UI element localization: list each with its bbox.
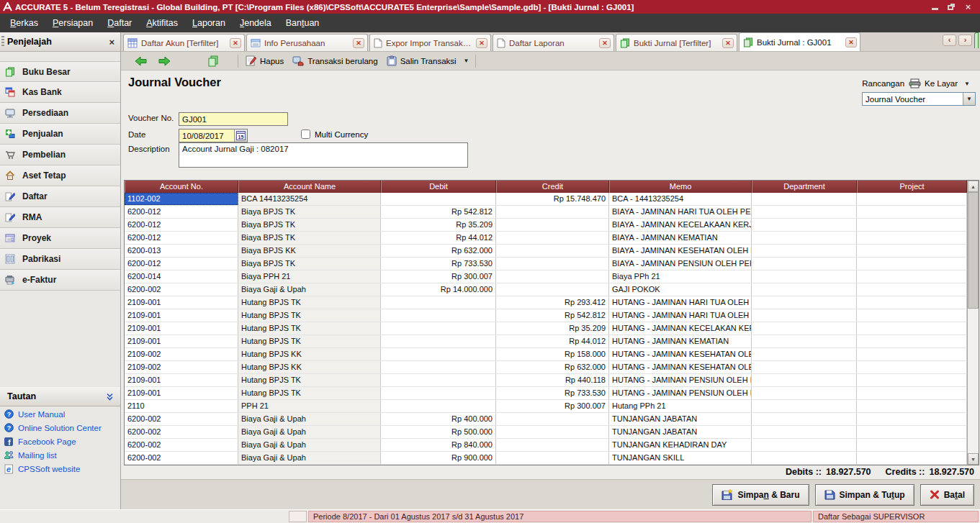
cell-department[interactable] xyxy=(752,296,857,309)
cell-project[interactable] xyxy=(857,426,967,438)
cell-project[interactable] xyxy=(857,387,967,399)
cell-account-name[interactable]: Hutang BPJS TK xyxy=(238,309,381,322)
cell-department[interactable] xyxy=(752,361,857,373)
sidebar-item-pembelian[interactable]: Pembelian xyxy=(0,145,120,165)
cell-debit[interactable] xyxy=(381,361,496,373)
cell-project[interactable] xyxy=(857,335,967,347)
cell-account-no[interactable]: 6200-002 xyxy=(125,413,238,425)
cell-project[interactable] xyxy=(857,296,967,309)
cell-debit[interactable] xyxy=(381,322,496,335)
tab-daftar-laporan[interactable]: Daftar Laporan✕ xyxy=(493,34,614,51)
close-button[interactable]: × xyxy=(963,3,973,11)
scroll-down-button[interactable]: ▼ xyxy=(968,453,979,465)
cell-project[interactable] xyxy=(857,245,967,257)
multi-currency-checkbox[interactable] xyxy=(301,129,310,139)
menu-item-aktifitas[interactable]: Aktifitas xyxy=(139,15,185,31)
link-cpssoft-website[interactable]: eCPSSoft website xyxy=(0,462,120,476)
cell-account-name[interactable]: Biaya Gaji & Upah xyxy=(238,452,381,464)
tab-close-icon[interactable]: ✕ xyxy=(599,38,611,48)
cell-account-no[interactable]: 2109-002 xyxy=(125,361,238,373)
cell-debit[interactable]: Rp 500.000 xyxy=(381,426,496,438)
tab-close-icon[interactable]: ✕ xyxy=(845,37,857,47)
cell-memo[interactable]: BIAYA - JAMINAN PENSIUN OLEH PER xyxy=(609,258,752,270)
print-target-button[interactable]: Ke Layar ▼ xyxy=(909,78,973,88)
cell-department[interactable] xyxy=(752,258,857,270)
cell-debit[interactable] xyxy=(381,193,496,205)
tab-daftar-akun-terfilter[interactable]: Daftar Akun [Terfilter]✕ xyxy=(123,34,245,51)
cell-debit[interactable] xyxy=(381,296,496,309)
cell-account-name[interactable]: Biaya BPJS KK xyxy=(238,245,381,257)
transaksi-berulang-button[interactable]: Transaksi berulang xyxy=(288,54,382,68)
menu-item-jendela[interactable]: Jendela xyxy=(233,15,279,31)
tab-expor-impor-transaksi[interactable]: Expor Impor Transaksi...✕ xyxy=(369,34,491,51)
description-input[interactable]: Account Jurnal Gaji : 082017 xyxy=(179,142,468,168)
cell-memo[interactable]: HUTANG - JAMINAN HARI TUA OLEH P xyxy=(609,309,752,322)
cell-account-name[interactable]: Biaya PPH 21 xyxy=(238,270,381,283)
cell-debit[interactable]: Rp 542.812 xyxy=(381,206,496,218)
cell-project[interactable] xyxy=(857,361,967,373)
cell-credit[interactable] xyxy=(496,270,609,283)
cell-credit[interactable]: Rp 300.007 xyxy=(496,400,609,412)
cell-department[interactable] xyxy=(752,452,857,464)
cell-memo[interactable]: BIAYA - JAMINAN HARI TUA OLEH PER xyxy=(609,206,752,218)
cell-department[interactable] xyxy=(752,245,857,257)
cell-department[interactable] xyxy=(752,309,857,322)
cell-project[interactable] xyxy=(857,348,967,360)
cell-debit[interactable] xyxy=(381,348,496,360)
tab-bukti-jurnal-gj001[interactable]: Bukti Jurnal : GJ001✕ xyxy=(739,32,860,51)
sidebar-item-pabrikasi[interactable]: Pabrikasi xyxy=(0,249,120,270)
cell-account-no[interactable]: 2109-001 xyxy=(125,335,238,347)
cell-credit[interactable] xyxy=(496,232,609,244)
cell-account-no[interactable]: 6200-012 xyxy=(125,232,238,244)
cell-credit[interactable]: Rp 293.412 xyxy=(496,296,609,309)
tab-close-icon[interactable]: ✕ xyxy=(353,38,364,48)
column-header-account-no[interactable]: Account No. xyxy=(125,181,238,193)
sidebar-item-rma[interactable]: RMA xyxy=(0,207,120,228)
cell-memo[interactable]: HUTANG - JAMINAN KEMATIAN xyxy=(609,335,752,347)
restore-button[interactable] xyxy=(947,3,956,11)
column-header-department[interactable]: Department xyxy=(752,181,857,193)
close-sidebar-button[interactable]: × xyxy=(109,37,114,47)
cell-memo[interactable]: HUTANG - JAMINAN KESEHATAN OLEH xyxy=(609,348,752,360)
cell-credit[interactable] xyxy=(496,206,609,218)
cell-credit[interactable]: Rp 733.530 xyxy=(496,387,609,399)
cell-credit[interactable] xyxy=(496,452,609,464)
cell-account-name[interactable]: PPH 21 xyxy=(238,400,381,412)
cell-account-name[interactable]: Biaya Gaji & Upah xyxy=(238,426,381,438)
cell-account-name[interactable]: Biaya Gaji & Upah xyxy=(238,283,381,296)
cell-department[interactable] xyxy=(752,400,857,412)
tab-scroll-left-button[interactable]: ‹ xyxy=(943,35,956,46)
scrollbar-thumb[interactable] xyxy=(968,192,979,309)
hapus-button[interactable]: Hapus xyxy=(241,54,288,68)
cell-credit[interactable] xyxy=(496,283,609,296)
cell-account-no[interactable]: 1102-002 xyxy=(125,193,238,205)
cell-department[interactable] xyxy=(752,322,857,335)
cell-debit[interactable] xyxy=(381,335,496,347)
batal-button[interactable]: Batal xyxy=(920,484,974,506)
cell-department[interactable] xyxy=(752,283,857,296)
cell-memo[interactable]: HUTANG - JAMINAN PENSIUN OLEH P xyxy=(609,387,752,399)
cell-account-name[interactable]: Biaya BPJS TK xyxy=(238,258,381,270)
cell-account-no[interactable]: 2110 xyxy=(125,400,238,412)
cell-debit[interactable] xyxy=(381,374,496,386)
simpan-tutup-button[interactable]: Simpan & Tutup xyxy=(815,484,914,506)
cell-account-name[interactable]: Hutang BPJS TK xyxy=(238,322,381,335)
cell-debit[interactable]: Rp 44.012 xyxy=(381,232,496,244)
cell-department[interactable] xyxy=(752,232,857,244)
cell-account-no[interactable]: 6200-014 xyxy=(125,270,238,283)
cell-memo[interactable]: BIAYA - JAMINAN KESEHATAN OLEH P xyxy=(609,245,752,257)
column-header-project[interactable]: Project xyxy=(857,181,967,193)
sidebar-item-penjualan[interactable]: Penjualan xyxy=(0,124,120,145)
forward-button[interactable] xyxy=(153,55,176,68)
cell-account-no[interactable]: 2109-002 xyxy=(125,348,238,360)
cell-memo[interactable]: GAJI POKOK xyxy=(609,283,752,296)
cell-credit[interactable] xyxy=(496,258,609,270)
sidebar-item-kas-bank[interactable]: Kas Bank xyxy=(0,82,120,103)
cell-project[interactable] xyxy=(857,219,967,231)
cell-account-no[interactable]: 2109-001 xyxy=(125,296,238,309)
cell-account-no[interactable]: 6200-002 xyxy=(125,452,238,464)
cell-memo[interactable]: Hutang PPh 21 xyxy=(609,400,752,412)
back-button[interactable] xyxy=(130,55,153,68)
vertical-scrollbar[interactable]: ▲ ▼ xyxy=(967,181,979,465)
cell-account-name[interactable]: Biaya BPJS TK xyxy=(238,232,381,244)
